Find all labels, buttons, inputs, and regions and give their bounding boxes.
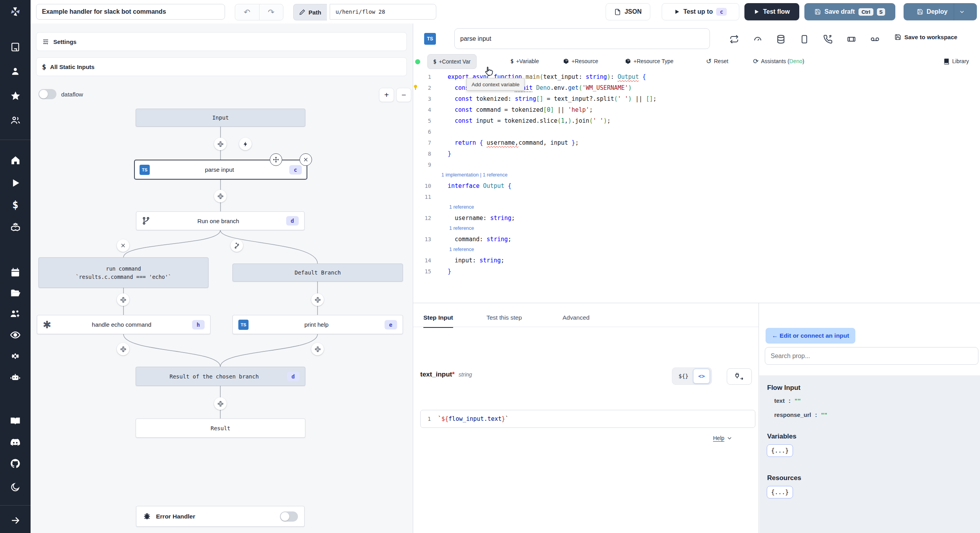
sidebar-item-docs[interactable] — [0, 413, 31, 430]
tablet-icon[interactable] — [800, 35, 809, 44]
remove-branch-button[interactable] — [117, 239, 129, 252]
sidebar-expand-button[interactable] — [0, 512, 31, 529]
prop-row-response-url[interactable]: response_url:"" — [774, 411, 827, 418]
windmill-logo[interactable] — [0, 0, 31, 24]
add-trigger-button[interactable] — [239, 138, 252, 150]
connect-input-button[interactable] — [727, 368, 752, 385]
sidebar-item-resources[interactable] — [0, 218, 31, 235]
node-default-branch[interactable]: Default Branch — [232, 264, 403, 282]
field-type: string — [459, 371, 472, 378]
node-print-help[interactable]: TS print help e — [232, 315, 403, 334]
codelens[interactable]: 1 reference — [413, 224, 980, 234]
error-handler-toggle[interactable] — [280, 511, 298, 522]
codelens[interactable]: 1 reference — [413, 202, 980, 213]
sidebar-item-favorites[interactable] — [0, 87, 31, 104]
error-handler-card[interactable]: Error Handler — [136, 506, 305, 527]
all-static-inputs-button[interactable]: $ All Static Inputs — [36, 57, 407, 76]
node-run-one-branch[interactable]: Run one branch d — [136, 211, 305, 230]
add-branch-button[interactable] — [230, 239, 243, 252]
prop-row-text[interactable]: text:"" — [774, 397, 801, 404]
path-input[interactable] — [330, 4, 436, 20]
variables-object-button[interactable]: {...} — [767, 444, 793, 457]
train-track-icon[interactable] — [847, 35, 856, 44]
lightbulb-icon[interactable] — [412, 84, 419, 91]
flow-title-input[interactable] — [36, 4, 225, 20]
tab-advanced[interactable]: Advanced — [563, 309, 590, 327]
deploy-button[interactable]: Deploy — [911, 3, 954, 20]
add-step-button[interactable] — [214, 190, 227, 202]
add-variable-button[interactable]: $ +Variable — [510, 54, 539, 68]
redo-button[interactable]: ↷ — [259, 4, 283, 20]
json-button[interactable]: JSON — [606, 3, 650, 20]
sidebar-item-runs[interactable] — [0, 174, 31, 191]
database-icon[interactable] — [776, 35, 786, 44]
delete-node-button[interactable] — [299, 153, 312, 166]
node-result[interactable]: Result — [136, 418, 305, 438]
move-node-button[interactable] — [270, 153, 282, 166]
undo-button[interactable]: ↶ — [235, 4, 259, 20]
save-to-workspace-button[interactable]: Save to workspace — [895, 34, 957, 40]
voicemail-icon[interactable] — [870, 35, 880, 44]
plus-icon — [218, 401, 223, 407]
sidebar-item-settings[interactable] — [0, 347, 31, 365]
resources-object-button[interactable]: {...} — [767, 486, 793, 498]
code-mode-button[interactable]: <> — [693, 369, 710, 384]
flow-settings-button[interactable]: Settings — [36, 32, 407, 51]
sidebar-item-user[interactable] — [0, 63, 31, 80]
tab-test-this-step[interactable]: Test this step — [486, 309, 522, 327]
add-resource-type-button[interactable]: +Resource Type — [625, 54, 673, 68]
sidebar-item-discord[interactable] — [0, 434, 31, 451]
library-button[interactable]: Library — [943, 54, 969, 68]
tab-step-input[interactable]: Step Input — [423, 309, 453, 328]
save-draft-button[interactable]: Save draft Ctrl S — [804, 3, 895, 20]
add-step-button[interactable] — [117, 343, 129, 355]
sidebar-item-home[interactable] — [0, 151, 31, 169]
sidebar-item-schedules[interactable] — [0, 264, 31, 281]
edit-or-connect-button[interactable]: ← Edit or connect an input — [766, 328, 855, 344]
add-context-var-button[interactable]: $ +Context Var — [427, 54, 477, 69]
flow-canvas[interactable]: dataflow + − Input TS parse input c Run … — [31, 80, 413, 533]
codelens[interactable]: 1 reference — [413, 245, 980, 255]
node-branch-result[interactable]: Result of the chosen branch d — [136, 367, 305, 386]
sidebar-item-github[interactable] — [0, 455, 31, 472]
node-flow-input[interactable]: Input — [136, 109, 305, 127]
expression-editor[interactable]: 1 `${flow_input.text}` — [420, 410, 755, 428]
add-step-button[interactable] — [214, 138, 227, 150]
step-name-input[interactable] — [454, 28, 710, 49]
sidebar-item-workers[interactable] — [0, 305, 31, 322]
sidebar-item-groups[interactable] — [0, 111, 31, 129]
deploy-dropdown-button[interactable] — [954, 3, 970, 20]
add-resource-button[interactable]: +Resource — [563, 54, 598, 68]
reset-button[interactable]: ↺ Reset — [706, 54, 728, 68]
code-editor[interactable]: 1export async function main(text_input: … — [413, 71, 980, 303]
add-step-button[interactable] — [311, 343, 324, 355]
test-up-to-button[interactable]: Test up to c — [662, 3, 739, 20]
gauge-icon[interactable] — [753, 35, 762, 44]
codelens[interactable]: 1 implementation | 1 reference — [413, 170, 980, 180]
toggle-knob — [39, 90, 48, 98]
repeat-icon[interactable] — [730, 35, 739, 44]
node-branch-predicate[interactable]: run command `results.c.command === 'echo… — [38, 257, 209, 288]
undo-redo-group: ↶ ↷ — [235, 4, 283, 20]
dataflow-toggle[interactable] — [38, 89, 56, 99]
path-chip[interactable]: Path — [293, 4, 327, 20]
add-step-button[interactable] — [214, 397, 227, 410]
template-mode-button[interactable]: ${} — [674, 369, 693, 383]
sidebar-item-dark-mode[interactable] — [0, 478, 31, 496]
node-handle-echo-command[interactable]: ✱ handle echo command h — [37, 315, 211, 334]
phone-incoming-icon[interactable] — [823, 35, 833, 44]
test-flow-button[interactable]: Test flow — [744, 3, 799, 20]
sidebar-item-workspace[interactable] — [0, 38, 31, 56]
add-step-button[interactable] — [117, 293, 129, 306]
zoom-in-button[interactable]: + — [379, 88, 394, 102]
sidebar-item-variables[interactable]: $ — [0, 196, 31, 213]
sidebar-item-ai-assistant[interactable] — [0, 369, 31, 386]
save-icon — [895, 34, 901, 40]
zoom-out-button[interactable]: − — [396, 88, 411, 102]
help-link[interactable]: Help — [713, 435, 732, 441]
assistants-button[interactable]: ⟳ Assistants (Deno) — [753, 54, 804, 68]
sidebar-item-audit-logs[interactable] — [0, 326, 31, 344]
sidebar-item-folders[interactable] — [0, 284, 31, 302]
add-step-button[interactable] — [311, 293, 324, 306]
search-prop-input[interactable] — [765, 347, 978, 365]
